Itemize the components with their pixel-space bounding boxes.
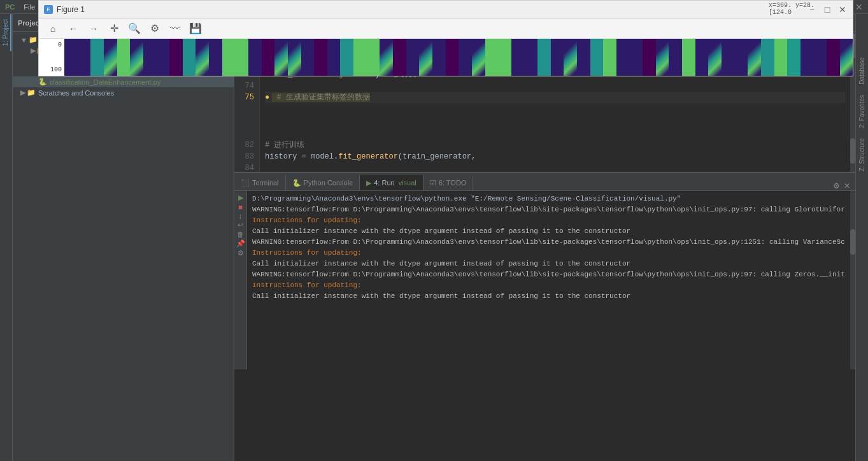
run-line-call-2: Call initializer instance with the dtype…: [252, 259, 845, 269]
close-window[interactable]: ✕: [855, 2, 863, 12]
wrap-button[interactable]: ↩: [238, 221, 243, 229]
heatmap-column: [393, 39, 406, 76]
bottom-panel: ⬛ Terminal 🐍 Python Console ▶ 4: Run vis…: [234, 172, 855, 369]
heatmap-column: [616, 39, 630, 76]
main-layout: 1: Project Project ⊕ ⊟ ⚙ ✕ ▼ 📁 Scene-Cla…: [0, 14, 868, 461]
figure-coords: x=369. y=28.[124.0: [769, 14, 815, 16]
heatmap-column: [656, 39, 669, 76]
heatmap-column: [761, 39, 774, 76]
heatmap-column: [669, 39, 682, 76]
run-scrollbar[interactable]: [850, 191, 855, 369]
heatmap-column: [722, 39, 735, 76]
run-line-warn-1: WARNING:tensorflow:From D:\Programming\A…: [252, 204, 845, 215]
bottom-tab-run[interactable]: ▶ 4: Run visual: [360, 175, 423, 190]
sidebar-tab-project[interactable]: 1: Project: [1, 14, 11, 51]
heatmap-column: [630, 39, 643, 76]
run-line-call-1: Call initializer instance with the dtype…: [252, 226, 845, 237]
heatmap-column: [498, 39, 511, 76]
scroll-down-button[interactable]: ↓: [239, 212, 243, 220]
heatmap-column: [603, 39, 616, 76]
heatmap-column: [590, 39, 604, 76]
heatmap-column: [274, 39, 288, 76]
clear-button[interactable]: 🗑: [237, 230, 244, 238]
heatmap-column: [564, 39, 577, 76]
heatmap-column: [367, 39, 380, 76]
heatmap-column: [380, 39, 393, 76]
tree-item-label: Scratches and Consoles: [38, 89, 114, 97]
bottom-tabs-bar: ⬛ Terminal 🐍 Python Console ▶ 4: Run vis…: [234, 173, 855, 191]
heatmap-column: [537, 39, 551, 76]
filter-button[interactable]: ⚙: [238, 249, 244, 257]
bottom-tab-python-console[interactable]: 🐍 Python Console: [286, 175, 360, 190]
figure-toolbar: ⌂ ← → ✛ 🔍 ⚙ 〰 💾: [234, 18, 853, 39]
heatmap-column: [682, 39, 695, 76]
heatmap-column: [419, 39, 432, 76]
run-control-buttons: ▶ ■ ↓ ↩ 🗑 📌 ⚙: [234, 191, 247, 369]
heatmap-column: [288, 39, 301, 76]
close-panel-action-icon[interactable]: ✕: [844, 181, 850, 190]
run-line-cmd: D:\Programming\Anaconda3\envs\tensorflow…: [252, 194, 845, 204]
editor-bottom: 82 83 84 # 进行训练 history = model.fit_gene…: [234, 137, 855, 172]
settings-action-icon[interactable]: ⚙: [833, 181, 840, 190]
pin-button[interactable]: 📌: [236, 239, 245, 248]
run-name-badge: visual: [399, 179, 416, 187]
chevron-down-icon: ▼: [20, 36, 27, 44]
todo-icon: ☑: [430, 179, 436, 187]
heatmap-column: [262, 39, 275, 76]
heatmap-column: [643, 39, 656, 76]
run-line-instructions-1: Instructions for updating:: [252, 215, 845, 226]
run-panel-content: ▶ ■ ↓ ↩ 🗑 📌 ⚙ D:\Programming\Anaconda3\e…: [234, 191, 855, 369]
figure-plot-area[interactable]: [234, 39, 853, 76]
code-line-83: history = model.fit_generator(train_gene…: [265, 151, 845, 162]
figure-window: F Figure 1 − □ ✕ x=369. y=28.[124.0 ⌂ ← …: [234, 14, 853, 76]
heatmap-column: [814, 39, 827, 76]
stop-button[interactable]: ■: [238, 203, 243, 211]
heatmap-column: [446, 39, 459, 76]
folder-icon: 📁: [27, 89, 36, 97]
tree-item-classification[interactable]: 🐍 classification_DataEnhancement.py: [13, 76, 234, 87]
project-tree: ▼ 📁 Scene-Classification E:\Remote Sensi…: [13, 32, 234, 461]
maximize-figure[interactable]: □: [822, 14, 832, 15]
heatmap-column: [551, 39, 564, 76]
code-line-75: ● # 生成验证集带标签的数据: [265, 92, 845, 103]
heatmap-column: [248, 39, 262, 76]
heatmap-column: [827, 39, 840, 76]
heatmap-column: [840, 39, 853, 76]
sidebar-right-favorites[interactable]: 2: Favorites: [858, 90, 865, 133]
sidebar-right-database[interactable]: Database: [858, 52, 865, 90]
heatmap: [234, 39, 853, 76]
close-figure[interactable]: ✕: [837, 14, 848, 15]
heatmap-column: [472, 39, 485, 76]
chevron-right-icon: ▶: [20, 89, 25, 97]
python-console-icon: 🐍: [292, 179, 301, 187]
sidebar-right-structure[interactable]: Z: Structure: [858, 133, 865, 176]
tree-item-scratches[interactable]: ▶ 📁 Scratches and Consoles: [13, 87, 234, 98]
menu-file[interactable]: File: [24, 3, 35, 11]
heatmap-column: [432, 39, 446, 76]
code-content-bottom[interactable]: # 进行训练 history = model.fit_generator(tra…: [260, 137, 850, 172]
tree-item-label: classification_DataEnhancement.py: [50, 78, 160, 86]
run-line-warn-3: WARNING:tensorflow:From D:\Programming\A…: [252, 269, 845, 280]
run-icon: ▶: [366, 179, 371, 187]
heatmap-column: [314, 39, 327, 76]
rerun-button[interactable]: ▶: [238, 194, 243, 202]
line-numbers-bottom: 82 83 84: [234, 137, 260, 172]
heatmap-column: [748, 39, 761, 76]
heatmap-column: [301, 39, 315, 76]
heatmap-column: [511, 39, 525, 76]
bottom-tab-todo[interactable]: ☑ 6: TODO: [423, 175, 474, 190]
heatmap-column: [340, 39, 353, 76]
sidebar-right: Database 2: Favorites Z: Structure: [855, 14, 868, 461]
run-line-instructions-3: Instructions for updating:: [252, 280, 845, 291]
run-line-warn-2: WARNING:tensorflow:From D:\Programming\A…: [252, 237, 845, 248]
heatmap-column: [800, 39, 814, 76]
menu-pc[interactable]: PC: [5, 3, 15, 11]
heatmap-column: [327, 39, 341, 76]
bottom-tab-terminal[interactable]: ⬛ Terminal: [234, 175, 286, 190]
heatmap-column: [353, 39, 367, 76]
heatmap-column: [235, 39, 248, 76]
heatmap-column: [577, 39, 590, 76]
chevron-right-icon: ▶: [31, 46, 36, 55]
bottom-panel-actions: ⚙ ✕: [833, 181, 855, 190]
vertical-scrollbar-bottom[interactable]: [850, 137, 855, 172]
